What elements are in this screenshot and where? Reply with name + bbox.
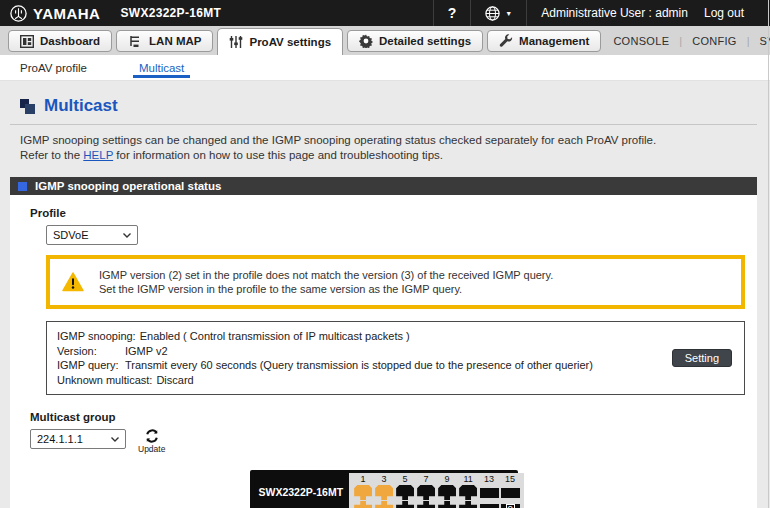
yamaha-logo-icon — [10, 5, 27, 22]
port-13 — [480, 488, 499, 498]
top-bar-right: ? ▼ Administrative User : admin Log out — [433, 0, 760, 26]
tab-label: LAN MAP — [149, 35, 201, 47]
logout-button[interactable]: Log out — [704, 6, 746, 20]
update-button[interactable]: Update — [138, 428, 165, 454]
port-number: 15 — [505, 474, 515, 484]
tab-dashboard[interactable]: Dashboard — [8, 30, 112, 52]
tab-label: Detailed settings — [379, 35, 471, 47]
status-row-value: Transmit every 60 seconds (Query transmi… — [125, 358, 593, 373]
port-10 — [438, 501, 456, 508]
subtab-multicast[interactable]: Multicast — [133, 55, 190, 80]
status-row-label: Unknown multicast: — [57, 373, 156, 388]
port-15 — [501, 488, 520, 498]
status-row-value: Enabled ( Control transmission of IP mul… — [140, 329, 410, 344]
igmp-status-rows: IGMP snooping:Enabled ( Control transmis… — [57, 329, 734, 387]
port-column: 1314 — [479, 474, 499, 508]
multicast-group-selected-value: 224.1.1.1 — [37, 433, 83, 445]
dashboard-icon — [20, 35, 34, 48]
tab-label: ProAV settings — [249, 36, 331, 48]
port-number: 13 — [484, 474, 494, 484]
port-panel: 123456789101112131415Q16 — [349, 473, 524, 508]
port-number: 1 — [361, 474, 366, 484]
model-name: SWX2322P-16MT — [120, 6, 221, 20]
warning-text: IGMP version (2) set in the profile does… — [99, 268, 553, 296]
status-row: IGMP snooping:Enabled ( Control transmis… — [57, 329, 734, 344]
app-window: YAMAHA SWX2322P-16MT ? ▼ Administrative … — [0, 0, 770, 508]
tab-detailed-settings[interactable]: Detailed settings — [347, 30, 483, 52]
globe-icon — [485, 6, 500, 21]
profile-selected-value: SDVoE — [53, 229, 88, 241]
port-2-report — [354, 501, 372, 508]
tab-management[interactable]: Management — [487, 30, 601, 52]
port-11 — [459, 485, 477, 500]
tab-lan-map[interactable]: LAN MAP — [116, 30, 213, 52]
warning-line1: IGMP version (2) set in the profile does… — [99, 268, 553, 282]
port-column: 910 — [437, 474, 457, 508]
brand-name: YAMAHA — [33, 5, 100, 22]
chevron-down-icon — [123, 233, 131, 238]
port-3-report — [375, 485, 393, 500]
port-column: 12 — [353, 474, 373, 508]
tab-label: Dashboard — [40, 35, 100, 47]
help-link[interactable]: HELP — [83, 149, 113, 161]
quick-links: CONSOLE|CONFIG|SYSLOG|TECHINFO — [603, 35, 770, 47]
help-button[interactable]: ? — [433, 0, 471, 26]
port-8 — [417, 501, 435, 508]
sliders-icon — [229, 35, 243, 49]
warning-line2: Set the IGMP version in the profile to t… — [99, 282, 553, 296]
caret-down-icon: ▼ — [505, 10, 512, 17]
status-row-label: IGMP snooping: — [57, 329, 140, 344]
multicast-group-select[interactable]: 224.1.1.1 — [30, 429, 126, 449]
profile-select[interactable]: SDVoE — [46, 225, 138, 245]
switch-diagram: SWX2322P-16MT 123456789101112131415Q16 — [250, 470, 518, 508]
port-14 — [480, 504, 499, 508]
warning-triangle-icon — [62, 272, 84, 292]
page-title-icon — [20, 99, 35, 114]
port-6 — [396, 501, 414, 508]
language-button[interactable]: ▼ — [470, 0, 526, 26]
section-title: IGMP snooping operational status — [35, 180, 221, 192]
status-row-label: IGMP query: — [57, 358, 125, 373]
title-divider — [10, 124, 757, 125]
status-row: Version:IGMP v2 — [57, 344, 734, 359]
quick-link-console[interactable]: CONSOLE — [603, 35, 679, 47]
refresh-icon — [144, 428, 160, 444]
port-number: 5 — [403, 474, 408, 484]
page-head: Multicast — [20, 96, 770, 116]
status-row-value: Discard — [156, 373, 193, 388]
description-line1: IGMP snooping settings can be changed an… — [20, 134, 656, 146]
subtab-proav-profile[interactable]: ProAV profile — [14, 55, 93, 80]
user-session: Administrative User : admin Log out — [526, 0, 760, 26]
status-row: IGMP query:Transmit every 60 seconds (Qu… — [57, 358, 734, 373]
chevron-down-icon — [111, 437, 119, 442]
port-column: 78 — [416, 474, 436, 508]
sub-tab-bar: ProAV profileMulticast — [0, 55, 770, 81]
quick-link-syslog[interactable]: SYSLOG — [750, 35, 770, 47]
lan-map-icon — [128, 35, 143, 48]
status-row-label: Version: — [57, 344, 125, 359]
port-7 — [417, 485, 435, 500]
port-number: 9 — [445, 474, 450, 484]
port-5 — [396, 485, 414, 500]
setting-button[interactable]: Setting — [672, 349, 732, 367]
switch-model-label: SWX2322P-16MT — [250, 486, 350, 508]
quick-link-config[interactable]: CONFIG — [682, 35, 747, 47]
tab-proav-settings[interactable]: ProAV settings — [217, 28, 343, 55]
section-bullet-icon — [18, 182, 27, 191]
port-column: 56 — [395, 474, 415, 508]
status-row-value: IGMP v2 — [125, 344, 168, 359]
tab-label: Management — [519, 35, 589, 47]
gear-icon — [359, 34, 373, 48]
brand: YAMAHA SWX2322P-16MT — [10, 5, 221, 22]
main-tabs: DashboardLAN MAPProAV settingsDetailed s… — [6, 28, 603, 55]
description-line2-prefix: Refer to the — [20, 149, 83, 161]
description-line2-suffix: for information on how to use this page … — [113, 149, 443, 161]
main-tab-bar: DashboardLAN MAPProAV settingsDetailed s… — [0, 26, 770, 55]
top-bar: YAMAHA SWX2322P-16MT ? ▼ Administrative … — [0, 0, 770, 26]
port-1-report — [354, 485, 372, 500]
page-title: Multicast — [44, 96, 118, 116]
profile-label: Profile — [30, 207, 747, 219]
port-4-report — [375, 501, 393, 508]
page-description: IGMP snooping settings can be changed an… — [20, 133, 770, 163]
port-column: 1112 — [458, 474, 478, 508]
